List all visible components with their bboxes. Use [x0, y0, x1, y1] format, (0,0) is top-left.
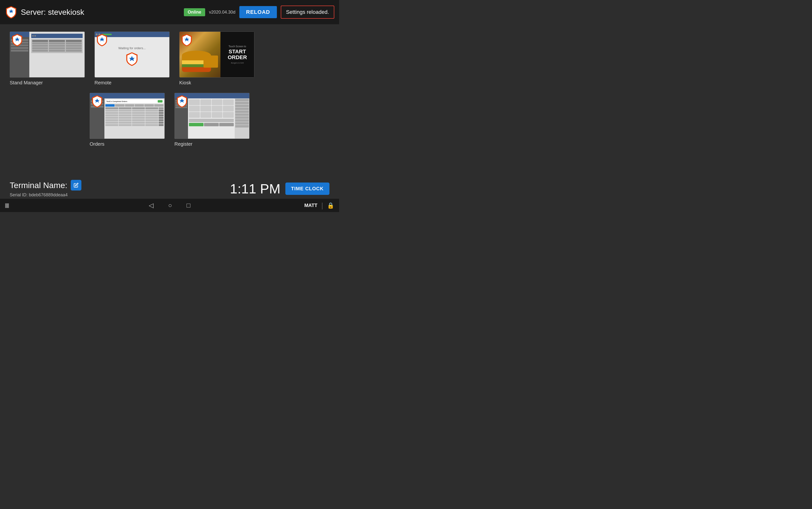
reload-button[interactable]: RELOAD [239, 6, 277, 18]
pencil-icon [74, 183, 78, 188]
header-logo: Server: stevekiosk [5, 6, 84, 19]
shield-overlay-register [177, 95, 187, 106]
time-display: 1:11 PM [230, 181, 281, 197]
shield-overlay-stand-manager [12, 34, 23, 44]
nav-home-button[interactable]: ○ [161, 200, 179, 211]
terminal-name-row: Terminal Name: [10, 180, 230, 191]
remote-label: Remote [95, 80, 111, 86]
stand-manager-thumbnail[interactable] [10, 32, 85, 77]
shield-icon-register [177, 95, 187, 108]
app-row-2: Test1's Completed Orders [10, 93, 329, 147]
settings-reloaded-notice: Settings reloaded. [281, 6, 334, 19]
header-title: Server: stevekiosk [21, 8, 84, 17]
app-card-orders[interactable]: Test1's Completed Orders [89, 93, 165, 147]
nav-bar: ||||| ◁ ○ □ MATT | 🔒 [0, 199, 339, 212]
nav-recents-button[interactable]: □ [179, 200, 198, 211]
nav-back-button[interactable]: ◁ [142, 200, 161, 211]
kiosk-thumbnail[interactable]: Touch Screen to STARTORDER Burgers & Gri… [179, 32, 254, 77]
app-card-register[interactable]: Register [175, 93, 250, 147]
kiosk-label: Kiosk [179, 80, 191, 86]
register-main-area [188, 98, 235, 139]
kiosk-text-panel: Touch Screen to STARTORDER Burgers & Gri… [220, 32, 254, 77]
time-clock-button[interactable]: TIME CLOCK [285, 182, 329, 195]
shield-icon-stand-manager [12, 34, 23, 46]
app-card-remote[interactable]: Waiting for orders... Remote [95, 32, 170, 86]
shield-icon-kiosk [181, 34, 192, 46]
orders-label: Orders [89, 141, 104, 147]
shield-overlay-remote [97, 34, 107, 44]
online-badge: Online [184, 8, 205, 16]
shield-overlay-orders [92, 95, 103, 106]
nav-bar-right: MATT | 🔒 [304, 201, 334, 210]
app-card-stand-manager[interactable]: Stand Manager [10, 32, 85, 86]
remote-waiting-text: Waiting for orders... [118, 46, 146, 50]
terminal-info: Terminal Name: Serial ID: bdeb676889ddea… [10, 180, 230, 198]
remote-waiting: Waiting for orders... [118, 46, 146, 67]
time-section: 1:11 PM TIME CLOCK [230, 181, 329, 197]
kiosk-start-order: STARTORDER [228, 49, 247, 60]
nav-divider: | [321, 201, 323, 210]
edit-terminal-name-button[interactable] [71, 180, 81, 191]
nav-user-label: MATT [304, 203, 317, 208]
register-thumbnail[interactable] [175, 93, 250, 139]
orders-main-area: Test1's Completed Orders [104, 98, 164, 139]
serial-id: Serial ID: bdeb676889ddeaa4 [10, 193, 230, 198]
remote-shield-center [126, 52, 138, 66]
terminal-name-label: Terminal Name: [10, 180, 67, 190]
kiosk-touch-text: Touch Screen to [229, 45, 246, 48]
app-row-1: Stand Manager Waiting for or [10, 32, 329, 86]
remote-thumbnail[interactable]: Waiting for orders... [95, 32, 170, 77]
orders-title-bar: Test1's Completed Orders [105, 99, 163, 103]
app-card-kiosk[interactable]: Touch Screen to STARTORDER Burgers & Gri… [179, 32, 254, 86]
header: Server: stevekiosk Online v2020.04.30d R… [0, 0, 339, 24]
shield-overlay-kiosk [181, 34, 192, 44]
stand-manager-label: Stand Manager [10, 80, 43, 86]
sm-content [29, 32, 84, 77]
kiosk-subtitle: Burgers & Grill [231, 62, 244, 64]
shield-icon-remote [97, 34, 107, 46]
version-text: v2020.04.30d [209, 10, 235, 15]
nav-bar-left: ||||| [5, 203, 9, 208]
register-right-panel [235, 98, 249, 139]
bottom-section: Terminal Name: Serial ID: bdeb676889ddea… [0, 180, 339, 198]
orders-thumbnail[interactable]: Test1's Completed Orders [89, 93, 165, 139]
shield-icon-large [5, 6, 17, 19]
shield-icon-orders [92, 95, 103, 108]
barcode-icon: ||||| [5, 203, 9, 208]
main-content: Stand Manager Waiting for or [0, 24, 339, 162]
register-label: Register [175, 141, 192, 147]
lock-icon[interactable]: 🔒 [327, 202, 334, 209]
